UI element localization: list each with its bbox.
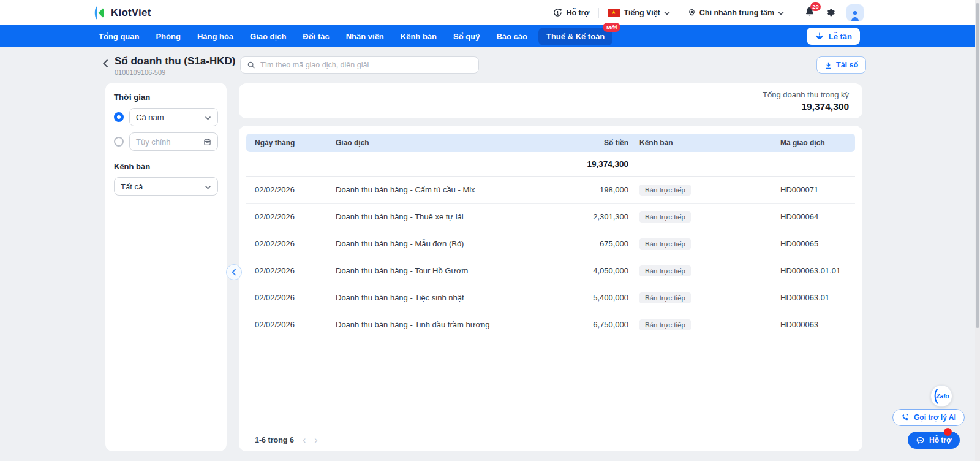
cell-description: Doanh thu bán hàng - Tour Hồ Gươm [336, 266, 561, 275]
branch-label: Chi nhánh trung tâm [699, 9, 774, 17]
gear-icon [825, 7, 835, 18]
table-row[interactable]: 02/02/2026Doanh thu bán hàng - Cẩm tú cầ… [246, 177, 855, 204]
download-ledger-button[interactable]: Tải sổ [816, 56, 866, 74]
chevron-down-icon [664, 9, 670, 17]
column-header-date: Ngày tháng [255, 139, 336, 147]
cell-amount: 5,400,000 [561, 293, 628, 302]
new-feature-badge: Mới [603, 23, 620, 32]
channel-filter-heading: Kênh bán [114, 162, 218, 171]
column-header-code: Mã giao dịch [769, 139, 846, 147]
table-body: 02/02/2026Doanh thu bán hàng - Cẩm tú cầ… [246, 177, 855, 338]
cell-channel: Bán trực tiếp [628, 185, 769, 196]
table-header-row: Ngày tháng Giao dịch Số tiền Kênh bán Mã… [246, 134, 855, 152]
pagination-prev-button[interactable]: ‹ [303, 435, 306, 445]
cell-channel: Bán trực tiếp [628, 211, 769, 223]
nav-item-7[interactable]: Sổ quỹ [448, 28, 485, 45]
help-label: Hỗ trợ [566, 9, 589, 17]
cell-channel: Bán trực tiếp [628, 238, 769, 250]
nav-item-5[interactable]: Nhân viên [341, 28, 390, 45]
ai-call-label: Gọi trợ lý AI [914, 413, 956, 422]
channel-badge: Bán trực tiếp [639, 238, 691, 250]
main-navbar: Tổng quanPhòngHàng hóaGiao dịchĐối tácNh… [0, 25, 975, 47]
reception-icon [815, 31, 824, 41]
cell-channel: Bán trực tiếp [628, 319, 769, 330]
back-button[interactable] [103, 59, 108, 68]
search-box [240, 56, 479, 74]
language-label: Tiếng Việt [624, 9, 660, 17]
pagination: 1-6 trong 6 ‹ › [255, 435, 318, 445]
collapse-sidebar-button[interactable] [226, 264, 242, 280]
search-input[interactable] [260, 61, 472, 69]
ai-assistant-call-button[interactable]: Gọi trợ lý AI [892, 409, 965, 426]
summary-value: 19,374,300 [801, 101, 849, 112]
help-icon [553, 8, 562, 17]
cell-amount: 198,000 [561, 185, 628, 194]
divider [793, 8, 793, 18]
revenue-summary-card: Tổng doanh thu trong kỳ 19,374,300 [239, 83, 862, 118]
time-option-custom: Tùy chỉnh [114, 132, 218, 151]
page-title: Sổ doanh thu (S1a-HKD) [115, 55, 235, 67]
custom-date-input[interactable]: Tùy chỉnh [129, 132, 218, 151]
cell-code: HD000064 [769, 212, 846, 221]
column-header-amount: Số tiền [561, 139, 628, 147]
table-row[interactable]: 02/02/2026Doanh thu bán hàng - Tiệc sinh… [246, 284, 855, 311]
cell-date: 02/02/2026 [255, 212, 336, 221]
person-icon [850, 9, 861, 21]
cell-channel: Bán trực tiếp [628, 292, 769, 303]
settings-button[interactable] [825, 7, 835, 18]
nav-items: Tổng quanPhòngHàng hóaGiao dịchĐối tácNh… [93, 25, 612, 47]
table-row[interactable]: 02/02/2026Doanh thu bán hàng - Mẫu đơn (… [246, 230, 855, 257]
cell-date: 02/02/2026 [255, 320, 336, 329]
cell-code: HD000065 [769, 239, 846, 248]
cell-amount: 6,750,000 [561, 320, 628, 329]
table-row[interactable]: 02/02/2026Doanh thu bán hàng - Tour Hồ G… [246, 257, 855, 284]
channel-badge: Bán trực tiếp [639, 319, 691, 330]
language-selector[interactable]: ★ Tiếng Việt [608, 9, 670, 17]
nav-item-1[interactable]: Phòng [150, 28, 186, 45]
nav-item-3[interactable]: Giao dịch [244, 28, 292, 45]
reception-button[interactable]: Lễ tân [807, 28, 860, 45]
channel-badge: Bán trực tiếp [639, 211, 691, 223]
download-label: Tải sổ [836, 61, 858, 69]
cell-description: Doanh thu bán hàng - Thuê xe tự lái [336, 212, 561, 221]
table-row[interactable]: 02/02/2026Doanh thu bán hàng - Tinh dầu … [246, 311, 855, 338]
radio-custom-unselected[interactable] [114, 137, 124, 147]
radio-year-selected[interactable] [114, 112, 124, 122]
chevron-down-icon [778, 9, 784, 17]
nav-item-0[interactable]: Tổng quan [93, 28, 145, 45]
channel-select-value: Tất cả [121, 182, 143, 191]
zalo-button[interactable]: Zalo [930, 385, 952, 407]
notifications-button[interactable]: 20 [804, 6, 815, 20]
nav-item-6[interactable]: Kênh bán [395, 28, 442, 45]
nav-item-8[interactable]: Báo cáo [491, 28, 533, 45]
custom-date-placeholder: Tùy chỉnh [136, 137, 170, 147]
channel-badge: Bán trực tiếp [639, 265, 691, 276]
help-menu[interactable]: Hỗ trợ [553, 8, 589, 17]
cell-amount: 2,301,300 [561, 212, 628, 221]
cell-date: 02/02/2026 [255, 239, 336, 248]
cell-code: HD000063.01.01 [769, 266, 846, 275]
table-total-row: 19,374,300 [246, 152, 855, 177]
table-row[interactable]: 02/02/2026Doanh thu bán hàng - Thuê xe t… [246, 204, 855, 230]
nav-item-9[interactable]: Thuế & Kế toánMới [538, 28, 612, 45]
nav-item-2[interactable]: Hàng hóa [192, 28, 239, 45]
scrollbar-thumb[interactable] [976, 3, 979, 328]
time-filter-heading: Thời gian [114, 93, 218, 102]
user-avatar[interactable] [846, 4, 864, 21]
kiotviet-logo-icon [91, 5, 107, 21]
pagination-next-button[interactable]: › [314, 435, 317, 445]
cell-amount: 675,000 [561, 239, 628, 248]
divider [598, 8, 599, 18]
channel-select[interactable]: Tất cả [114, 177, 218, 196]
brand-name: KiotViet [111, 7, 151, 19]
cell-description: Doanh thu bán hàng - Cẩm tú cầu - Mix [336, 185, 561, 194]
branch-selector[interactable]: Chi nhánh trung tâm [688, 8, 784, 17]
nav-item-4[interactable]: Đối tác [297, 28, 334, 45]
search-icon [247, 61, 255, 69]
support-label: Hỗ trợ [929, 436, 952, 444]
year-range-select[interactable]: Cả năm [129, 108, 218, 126]
support-chat-button[interactable]: Hỗ trợ [908, 432, 960, 449]
pagination-range: 1-6 trong 6 [255, 436, 294, 444]
top-header: KiotViet Hỗ trợ ★ Tiếng Việt [0, 0, 975, 25]
brand-logo[interactable]: KiotViet [91, 5, 151, 21]
